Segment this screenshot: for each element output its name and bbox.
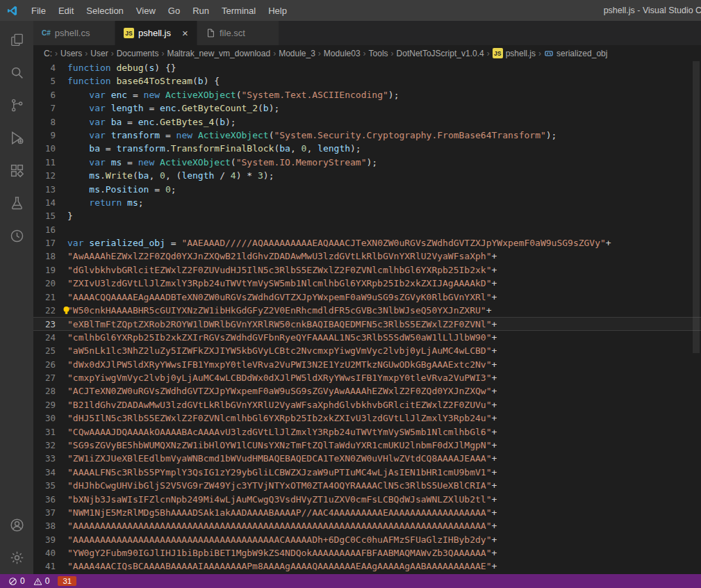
menu-selection[interactable]: Selection: [80, 0, 129, 21]
line-number-29[interactable]: 29: [33, 398, 65, 411]
code-line-10[interactable]: 10 ba = transform.TransformFinalBlock(ba…: [33, 142, 701, 155]
code-line-6[interactable]: 6 var enc = new ActiveXObject("System.Te…: [33, 88, 701, 101]
tab-pshell.cs[interactable]: C#pshell.cs: [33, 21, 115, 45]
line-number-18[interactable]: 18: [33, 250, 65, 263]
menu-view[interactable]: View: [130, 0, 162, 21]
code-line-24[interactable]: 24"cmlhbGl6YXRpb25Ib2xkZXIrRGVsZWdhdGVFb…: [33, 331, 701, 344]
line-number-7[interactable]: 7: [33, 101, 65, 115]
line-number-4[interactable]: 4: [33, 61, 65, 74]
tab-file.sct[interactable]: file.sct: [197, 21, 279, 45]
code-line-25[interactable]: 25"aW5nLk1lc3NhZ2luZy5IZWFkZXJIYW5kbGVyL…: [33, 344, 701, 357]
code-line-17[interactable]: 17var serialized_obj = "AAEAAAD/////AQAA…: [33, 236, 701, 250]
code-line-11[interactable]: 11 var ms = new ActiveXObject("System.IO…: [33, 156, 701, 169]
line-number-27[interactable]: 27: [33, 371, 65, 384]
activity-source-control[interactable]: [0, 89, 33, 122]
code-line-19[interactable]: 19"dGlvbkhvbGRlcitEZWxlZ2F0ZUVudHJ5IlN5c…: [33, 263, 701, 277]
menu-terminal[interactable]: Terminal: [215, 0, 262, 21]
line-number-37[interactable]: 37: [33, 506, 65, 519]
menu-run[interactable]: Run: [186, 0, 215, 21]
activity-history[interactable]: [0, 220, 33, 252]
line-number-35[interactable]: 35: [33, 479, 65, 492]
line-number-23[interactable]: 23: [33, 318, 65, 329]
line-number-14[interactable]: 14: [33, 196, 65, 209]
code-line-16[interactable]: 16: [33, 223, 701, 236]
code-line-34[interactable]: 34"AAAALFN5c3RlbS5PYmplY3QsIG1zY29ybGliL…: [33, 466, 701, 479]
activity-run-debug[interactable]: [0, 122, 33, 154]
status-badge[interactable]: 31: [58, 576, 76, 586]
menu-help[interactable]: Help: [262, 0, 293, 21]
code-line-22[interactable]: 22"W50cnkHAAAABHR5cGUIYXNzZW1ibHkGdGFyZ2…: [33, 304, 701, 317]
activity-extensions[interactable]: [0, 154, 33, 187]
activity-account[interactable]: [0, 509, 33, 541]
line-number-32[interactable]: 32: [33, 439, 65, 452]
line-number-34[interactable]: 34: [33, 466, 65, 479]
line-number-8[interactable]: 8: [33, 115, 65, 129]
line-number-9[interactable]: 9: [33, 129, 65, 142]
line-number-26[interactable]: 26: [33, 358, 65, 371]
breadcrumb-item-maltrak_new_vm_download[interactable]: Maltrak_new_vm_download: [167, 49, 270, 58]
breadcrumb-item-documents[interactable]: Documents: [117, 49, 159, 58]
breadcrumb-item-pshell.js[interactable]: JSpshell.js: [493, 48, 536, 58]
line-number-20[interactable]: 20: [33, 277, 65, 290]
line-number-33[interactable]: 33: [33, 452, 65, 465]
activity-testing[interactable]: [0, 187, 33, 220]
code-line-8[interactable]: 8 var ba = enc.GetBytes_4(b);: [33, 115, 701, 129]
menu-go[interactable]: Go: [162, 0, 186, 21]
code-line-35[interactable]: 35"dHJhbCwgUHVibGljS2V5VG9rZW49Yjc3YTVjN…: [33, 479, 701, 492]
breadcrumb-item-module_3[interactable]: Module_3: [279, 49, 315, 58]
line-number-25[interactable]: 25: [33, 344, 65, 357]
code-line-21[interactable]: 21"AAAACQQAAAAEAgAAADBTeXN0ZW0uRGVsZWdhd…: [33, 291, 701, 304]
breadcrumb-item-user[interactable]: User: [90, 49, 108, 58]
code-line-4[interactable]: 4function debug(s) {}: [33, 61, 701, 74]
code-line-5[interactable]: 5function base64ToStream(b) {: [33, 74, 701, 88]
code-line-18[interactable]: 18"AwAAAAhEZWxlZ2F0ZQd0YXJnZXQwB21ldGhvZ…: [33, 250, 701, 263]
code-line-29[interactable]: 29"B21ldGhvZDADAwMwU3lzdGVtLkRlbGVnYXRlU…: [33, 398, 701, 411]
scrollbar-thumb[interactable]: [693, 61, 700, 353]
tab-pshell.js[interactable]: JSpshell.js×: [115, 21, 197, 45]
activity-settings[interactable]: [0, 541, 33, 574]
menu-edit[interactable]: Edit: [52, 0, 80, 21]
line-number-24[interactable]: 24: [33, 331, 65, 344]
code-line-37[interactable]: 37"NWM1NjE5MzRlMDg5BhAAAADSAk1akAADAAAAB…: [33, 506, 701, 519]
line-number-41[interactable]: 41: [33, 560, 65, 573]
code-line-36[interactable]: 36"bXNjb3JsaWIsIFZlcnNpb249Mi4wLjAuMCwgQ…: [33, 493, 701, 506]
code-line-32[interactable]: 32"SG9sZGVyBE5hbWUMQXNzZW1ibHlOYW1lCUNsY…: [33, 439, 701, 452]
breadcrumb-item-c:[interactable]: C:: [44, 49, 52, 58]
code-line-27[interactable]: 27"cmxpYiwgVmVyc2lvbj0yLjAuMC4wLCBDdWx0d…: [33, 371, 701, 384]
line-number-10[interactable]: 10: [33, 142, 65, 155]
activity-explorer[interactable]: [0, 24, 33, 56]
code-line-7[interactable]: 7 var length = enc.GetByteCount_2(b);: [33, 101, 701, 115]
line-number-11[interactable]: 11: [33, 156, 65, 169]
activity-search[interactable]: [0, 56, 33, 89]
line-number-42[interactable]: 42: [33, 573, 65, 574]
code-line-26[interactable]: 26"dWx0dXJlPW5ldXRyYWwsIFB1YmxpY0tleVRva…: [33, 358, 701, 371]
breadcrumb-item-tools[interactable]: Tools: [369, 49, 388, 58]
breadcrumb-item-users[interactable]: Users: [60, 49, 82, 58]
breadcrumb-item-serialized_obj[interactable]: serialized_obj: [544, 49, 607, 58]
line-number-13[interactable]: 13: [33, 183, 65, 196]
code-line-41[interactable]: 41"AAAA4AACIQsBCAAAABAAAAAIAAAAAAAAPm8AA…: [33, 560, 701, 573]
code-line-15[interactable]: 15}: [33, 209, 701, 222]
lightbulb-icon[interactable]: [61, 305, 72, 316]
line-number-19[interactable]: 19: [33, 263, 65, 277]
line-number-6[interactable]: 6: [33, 88, 65, 101]
line-number-15[interactable]: 15: [33, 209, 65, 222]
line-number-31[interactable]: 31: [33, 425, 65, 439]
breadcrumb-item-dotnettojscript_v1.0.4[interactable]: DotNetToJScript_v1.0.4: [397, 49, 484, 58]
line-number-5[interactable]: 5: [33, 74, 65, 88]
code-line-20[interactable]: 20"ZXIvU3lzdGVtLlJlZmxlY3Rpb24uTWVtYmVyS…: [33, 277, 701, 290]
code-line-12[interactable]: 12 ms.Write(ba, 0, (length / 4) * 3);: [33, 169, 701, 182]
code-line-23[interactable]: 23"eXBlTmFtZQptZXRob2ROYW1lDWRlbGVnYXRlR…: [33, 317, 701, 330]
code-line-14[interactable]: 14 return ms;: [33, 196, 701, 209]
line-number-39[interactable]: 39: [33, 533, 65, 546]
line-number-30[interactable]: 30: [33, 411, 65, 425]
code-line-38[interactable]: 38"AAAAAAAAAAAAAAAAAAAAAAAAAAAAAAAAAAAAA…: [33, 519, 701, 532]
menu-file[interactable]: File: [25, 0, 52, 21]
line-number-12[interactable]: 12: [33, 169, 65, 182]
line-number-16[interactable]: 16: [33, 223, 65, 236]
line-number-21[interactable]: 21: [33, 291, 65, 304]
code-line-42[interactable]: 42"AAAAAAAAAIAAAAACAAAAAAAAAAAAAAAAAAAAA…: [33, 573, 701, 574]
code-line-40[interactable]: 40"YW0gY2Fubm90IGJlIHJ1biBpbiBET1MgbW9kZ…: [33, 546, 701, 560]
errors-indicator[interactable]: 0: [6, 576, 28, 586]
warnings-indicator[interactable]: 0: [31, 576, 53, 586]
